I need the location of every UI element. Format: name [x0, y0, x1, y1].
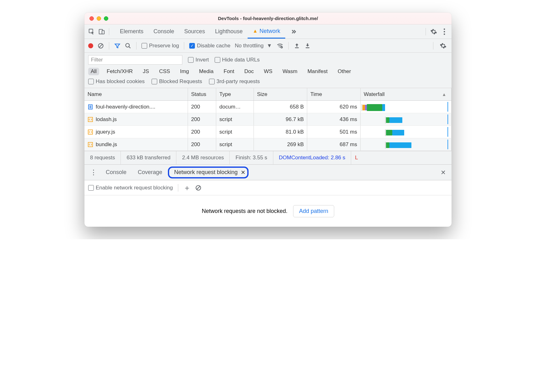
table-row[interactable]: foul-heavenly-direction.... 200 docum… 6… — [84, 101, 452, 113]
network-table-header: Name Status Type Size Time Waterfall ▲ — [84, 88, 452, 101]
network-conditions-icon[interactable] — [276, 42, 283, 49]
filter-doc[interactable]: Doc — [242, 68, 256, 75]
remove-all-icon[interactable] — [195, 185, 201, 191]
svg-line-21 — [197, 186, 200, 189]
filter-img[interactable]: Img — [178, 68, 191, 75]
drawer-tab-console[interactable]: Console — [100, 167, 132, 177]
filter-other[interactable]: Other — [335, 68, 354, 75]
filter-media[interactable]: Media — [196, 68, 216, 75]
throttling-select[interactable]: No throttling ▼ — [235, 43, 272, 49]
chevron-down-icon: ▼ — [267, 43, 272, 49]
svg-rect-12 — [306, 47, 309, 48]
window-title: DevTools - foul-heavenly-direction.glitc… — [84, 16, 452, 21]
close-drawer-icon[interactable]: ✕ — [437, 169, 449, 176]
tab-lighthouse[interactable]: Lighthouse — [210, 24, 248, 39]
col-name[interactable]: Name — [84, 88, 188, 100]
summary-resources: 2.4 MB resources — [176, 151, 230, 164]
hide-data-urls-checkbox[interactable]: Hide data URLs — [215, 57, 260, 63]
drawer-tab-coverage[interactable]: Coverage — [132, 167, 168, 177]
settings-icon[interactable] — [426, 28, 441, 35]
filter-font[interactable]: Font — [221, 68, 237, 75]
svg-point-4 — [444, 31, 445, 32]
download-har-icon[interactable] — [304, 43, 311, 49]
tab-console[interactable]: Console — [148, 24, 179, 39]
table-row[interactable]: jquery.js 200 script 81.0 kB 501 ms — [84, 126, 452, 138]
add-pattern-button[interactable]: Add pattern — [293, 205, 334, 217]
kebab-icon[interactable] — [441, 28, 448, 35]
col-size[interactable]: Size — [254, 88, 307, 100]
network-toolbar: Preserve log ✓Disable cache No throttlin… — [84, 39, 452, 53]
drawer-tabs: ⋮ Console Coverage Network request block… — [84, 165, 452, 180]
disable-cache-checkbox[interactable]: ✓Disable cache — [189, 43, 230, 49]
titlebar: DevTools - foul-heavenly-direction.glitc… — [84, 13, 452, 24]
search-icon[interactable] — [125, 43, 131, 49]
col-status[interactable]: Status — [188, 88, 216, 100]
drawer-menu-icon[interactable]: ⋮ — [87, 168, 100, 177]
tab-sources[interactable]: Sources — [179, 24, 210, 39]
script-icon — [88, 129, 93, 135]
filter-manifest[interactable]: Manifest — [305, 68, 330, 75]
table-row[interactable]: lodash.js 200 script 96.7 kB 436 ms — [84, 113, 452, 126]
filter-icon[interactable] — [114, 43, 121, 49]
sort-arrow-icon: ▲ — [442, 92, 446, 97]
tab-elements[interactable]: Elements — [115, 24, 148, 39]
has-blocked-cookies-checkbox[interactable]: Has blocked cookies — [88, 78, 145, 85]
clear-icon[interactable] — [98, 43, 104, 49]
type-filters: All Fetch/XHR JS CSS Img Media Font Doc … — [88, 68, 448, 75]
device-toggle-icon[interactable] — [98, 28, 105, 35]
network-summary: 8 requests 633 kB transferred 2.4 MB res… — [84, 151, 452, 165]
filter-fetch-xhr[interactable]: Fetch/XHR — [104, 68, 135, 75]
script-icon — [88, 142, 93, 147]
drawer-toolbar: Enable network request blocking ＋ — [84, 180, 452, 195]
document-icon — [88, 104, 93, 110]
svg-rect-11 — [295, 47, 299, 48]
invert-checkbox[interactable]: Invert — [188, 57, 209, 63]
tab-network[interactable]: ▲ Network — [248, 24, 285, 39]
svg-point-8 — [126, 43, 130, 47]
summary-requests: 8 requests — [84, 151, 121, 164]
add-icon[interactable]: ＋ — [183, 183, 191, 193]
blocked-requests-checkbox[interactable]: Blocked Requests — [152, 78, 202, 85]
summary-load: L — [351, 155, 362, 161]
inspect-icon[interactable] — [88, 28, 95, 35]
waterfall-bar — [361, 114, 451, 124]
main-tabs: Elements Console Sources Lighthouse ▲ Ne… — [84, 24, 452, 39]
filter-bar: Filter Invert Hide data URLs All Fetch/X… — [84, 53, 452, 88]
filter-input[interactable]: Filter — [88, 55, 182, 65]
close-icon[interactable]: ✕ — [241, 169, 245, 176]
svg-point-5 — [444, 33, 445, 34]
filter-css[interactable]: CSS — [157, 68, 173, 75]
drawer-body: Network requests are not blocked. Add pa… — [84, 195, 452, 227]
blocking-status-text: Network requests are not blocked. — [202, 208, 287, 215]
waterfall-bar — [361, 127, 451, 137]
devtools-window: DevTools - foul-heavenly-direction.glitc… — [84, 13, 452, 227]
table-row[interactable]: bundle.js 200 script 269 kB 687 ms — [84, 138, 452, 151]
filter-all[interactable]: All — [88, 68, 99, 75]
warning-icon: ▲ — [253, 28, 258, 34]
col-waterfall[interactable]: Waterfall ▲ — [361, 88, 452, 100]
waterfall-bar — [361, 102, 451, 112]
summary-domcontentloaded: DOMContentLoaded: 2.86 s — [273, 151, 351, 164]
network-table-body: foul-heavenly-direction.... 200 docum… 6… — [84, 101, 452, 151]
svg-rect-2 — [102, 30, 104, 34]
drawer-tab-network-request-blocking[interactable]: Network request blocking ✕ — [168, 167, 249, 178]
script-icon — [88, 117, 93, 122]
filter-ws[interactable]: WS — [261, 68, 275, 75]
filter-js[interactable]: JS — [140, 68, 152, 75]
third-party-checkbox[interactable]: 3rd-party requests — [209, 78, 260, 85]
panel-settings-icon[interactable] — [438, 42, 448, 49]
summary-transferred: 633 kB transferred — [121, 151, 176, 164]
svg-point-3 — [444, 28, 445, 29]
more-tabs-button[interactable] — [285, 24, 302, 39]
svg-line-9 — [129, 46, 131, 48]
summary-finish: Finish: 3.55 s — [230, 151, 273, 164]
upload-har-icon[interactable] — [294, 43, 300, 49]
filter-wasm[interactable]: Wasm — [280, 68, 300, 75]
enable-blocking-checkbox[interactable]: Enable network request blocking — [88, 185, 173, 191]
svg-line-7 — [99, 44, 102, 47]
col-type[interactable]: Type — [216, 88, 254, 100]
record-button[interactable] — [88, 43, 93, 48]
col-time[interactable]: Time — [307, 88, 361, 100]
preserve-log-checkbox[interactable]: Preserve log — [142, 43, 179, 49]
waterfall-bar — [361, 140, 451, 149]
